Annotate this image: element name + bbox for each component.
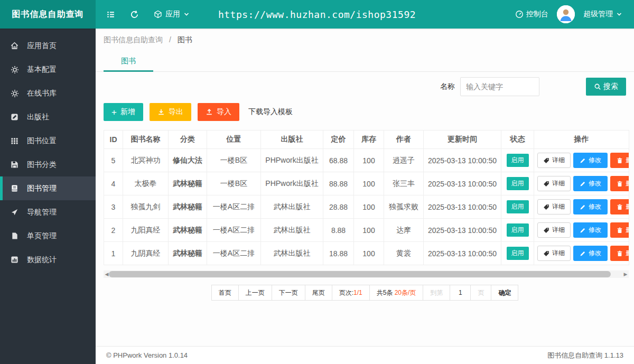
goto-page-input[interactable] — [450, 285, 471, 301]
scrollbar-thumb[interactable] — [109, 271, 611, 277]
edit-button-label: 修改 — [589, 249, 601, 258]
search-button-label: 搜索 — [603, 82, 618, 91]
edit-button[interactable]: 修改 — [573, 222, 608, 238]
sidebar-item-label: 图书分类 — [27, 160, 57, 170]
breadcrumb-root[interactable]: 图书信息自助查询 — [104, 35, 163, 44]
edit-button-label: 修改 — [589, 202, 601, 211]
detail-button[interactable]: 详细 — [537, 176, 571, 191]
sidebar-item-book-location[interactable]: 图书位置 — [0, 129, 96, 153]
edit-button[interactable]: 修改 — [573, 153, 608, 168]
search-input[interactable] — [460, 77, 539, 96]
page-info-value: 1/1 — [353, 289, 362, 296]
delete-button-label: 删除 — [626, 226, 629, 235]
sidebar-item-online-library[interactable]: 在线书库 — [0, 81, 96, 105]
gear-icon — [10, 66, 19, 74]
add-button-label: 新增 — [120, 107, 135, 117]
detail-button-label: 详细 — [552, 226, 565, 235]
scroll-right-arrow[interactable]: ▶ — [623, 272, 628, 277]
detail-button[interactable]: 详细 — [537, 222, 571, 238]
page-first-button[interactable]: 首页 — [211, 285, 239, 301]
sidebar-item-statistics[interactable]: 数据统计 — [0, 248, 96, 272]
delete-button[interactable]: 删除 — [610, 199, 629, 214]
sidebar-item-label: 图书位置 — [27, 136, 57, 146]
delete-button[interactable]: 删除 — [610, 222, 629, 238]
total-count: 共5条 — [377, 288, 393, 297]
sidebar-item-label: 应用首页 — [27, 41, 57, 51]
status-badge[interactable]: 启用 — [507, 200, 529, 213]
delete-button-label: 删除 — [626, 179, 629, 188]
col-header-status: 状态 — [501, 130, 534, 149]
sidebar-item-app-home[interactable]: 应用首页 — [0, 34, 96, 58]
search-button[interactable]: 搜索 — [586, 78, 626, 96]
sidebar-item-book-category[interactable]: 图书分类 — [0, 153, 96, 176]
header-url-text: https://www.huzhan.com/ishop31592 — [218, 9, 416, 20]
col-header-actions: 操作 — [534, 130, 629, 149]
page-next-button[interactable]: 下一页 — [272, 285, 305, 301]
sidebar-item-page-management[interactable]: 单页管理 — [0, 224, 96, 248]
cell-price: 18.88 — [323, 242, 354, 265]
chevron-down-icon — [616, 11, 622, 17]
detail-button[interactable]: 详细 — [537, 199, 571, 214]
search-row: 名称 搜索 — [96, 72, 634, 96]
edit-button[interactable]: 修改 — [573, 199, 608, 214]
console-link[interactable]: 控制台 — [515, 10, 548, 19]
status-badge[interactable]: 启用 — [507, 154, 529, 167]
refresh-icon[interactable] — [130, 10, 139, 19]
search-icon — [594, 83, 601, 90]
grid-icon — [10, 137, 19, 145]
page-total: 共5条 20条/页 — [369, 285, 424, 301]
avatar[interactable] — [557, 5, 575, 23]
save-icon — [10, 161, 19, 169]
footer-app-version: 图书信息自助查询 1.1.13 — [547, 351, 623, 360]
user-name: 超级管理 — [583, 10, 613, 19]
import-button[interactable]: 导入 — [198, 103, 239, 121]
sidebar-item-book-management[interactable]: 图书管理 — [0, 176, 96, 200]
user-menu[interactable]: 超级管理 — [583, 10, 622, 19]
table-row: 3 独孤九剑 武林秘籍 一楼A区二排 武林出版社 28.88 100 独孤求败 … — [104, 195, 629, 219]
sidebar: 应用首页 基本配置 在线书库 出版社 图书位置 图书分类 图书管理 导航管理 — [0, 29, 96, 364]
edit-button-label: 修改 — [589, 179, 601, 188]
scroll-left-arrow[interactable]: ◀ — [105, 272, 109, 277]
sidebar-item-nav-management[interactable]: 导航管理 — [0, 200, 96, 224]
cell-author: 黄裳 — [384, 242, 424, 265]
cell-book-name: 独孤九剑 — [123, 195, 169, 219]
delete-button[interactable]: 删除 — [610, 176, 629, 191]
table-header-row: ID 图书名称 分类 位置 出版社 定价 库存 作者 更新时间 状态 操作 — [104, 130, 629, 149]
status-badge[interactable]: 启用 — [507, 177, 529, 190]
edit-button[interactable]: 修改 — [573, 176, 608, 191]
tab-books[interactable]: 图书 — [104, 52, 153, 71]
page-last-button[interactable]: 尾页 — [305, 285, 332, 301]
status-badge[interactable]: 启用 — [507, 247, 529, 260]
add-button[interactable]: + 新增 — [104, 103, 143, 121]
book-icon — [10, 184, 19, 192]
cell-publisher: 武林出版社 — [261, 219, 323, 242]
cell-author: 达摩 — [384, 219, 424, 242]
goto-confirm-button[interactable]: 确定 — [491, 285, 518, 301]
detail-button[interactable]: 详细 — [537, 153, 571, 168]
export-button[interactable]: 导出 — [150, 103, 191, 121]
cell-actions: 详细 修改 删除 — [534, 242, 629, 265]
download-template-link[interactable]: 下载导入模板 — [248, 107, 293, 117]
cell-status: 启用 — [501, 195, 534, 219]
detail-button[interactable]: 详细 — [537, 246, 571, 261]
collapse-sidebar-icon[interactable] — [106, 10, 115, 19]
gauge-icon — [515, 10, 524, 18]
table-row: 1 九阴真经 武林秘籍 一楼A区二排 武林出版社 18.88 100 黄裳 20… — [104, 242, 629, 265]
home-icon — [10, 41, 19, 50]
page-info-prefix: 页次: — [339, 288, 353, 297]
app-logo[interactable]: 图书信息自助查询 — [0, 0, 96, 29]
breadcrumb: 图书信息自助查询 / 图书 — [96, 29, 634, 52]
cell-location: 一楼A区二排 — [207, 219, 261, 242]
status-badge[interactable]: 启用 — [507, 223, 529, 237]
page-prev-button[interactable]: 上一页 — [238, 285, 272, 301]
delete-button[interactable]: 删除 — [610, 153, 629, 168]
app-menu[interactable]: 应用 — [154, 10, 190, 19]
edit-button[interactable]: 修改 — [573, 246, 608, 261]
sidebar-item-publisher[interactable]: 出版社 — [0, 105, 96, 129]
send-icon — [10, 208, 19, 216]
cell-price: 88.88 — [323, 172, 354, 195]
cell-author: 张三丰 — [384, 172, 424, 195]
page-info: 页次:1/1 — [332, 285, 370, 301]
delete-button[interactable]: 删除 — [610, 246, 629, 261]
sidebar-item-basic-config[interactable]: 基本配置 — [0, 58, 96, 81]
